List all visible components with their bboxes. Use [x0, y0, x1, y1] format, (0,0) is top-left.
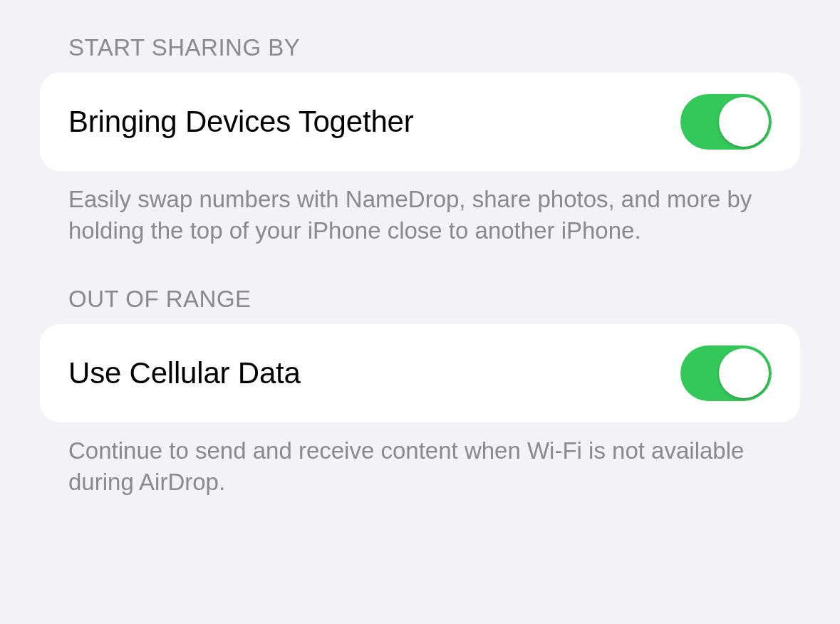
row-use-cellular-data[interactable]: Use Cellular Data [40, 324, 800, 422]
toggle-use-cellular-data[interactable] [680, 345, 772, 401]
toggle-knob-icon [719, 97, 769, 147]
toggle-knob-icon [719, 348, 769, 398]
section-footer-start-sharing-by: Easily swap numbers with NameDrop, share… [40, 171, 800, 246]
section-out-of-range: Out of Range Use Cellular Data Continue … [40, 286, 800, 497]
section-header-out-of-range: Out of Range [40, 286, 800, 324]
row-bringing-devices-together[interactable]: Bringing Devices Together [40, 73, 800, 171]
section-footer-out-of-range: Continue to send and receive content whe… [40, 422, 800, 497]
row-label-use-cellular-data: Use Cellular Data [68, 356, 301, 390]
toggle-bringing-devices-together[interactable] [680, 94, 772, 150]
section-start-sharing-by: Start Sharing By Bringing Devices Togeth… [40, 34, 800, 246]
row-label-bringing-devices-together: Bringing Devices Together [68, 105, 414, 139]
section-header-start-sharing-by: Start Sharing By [40, 34, 800, 73]
